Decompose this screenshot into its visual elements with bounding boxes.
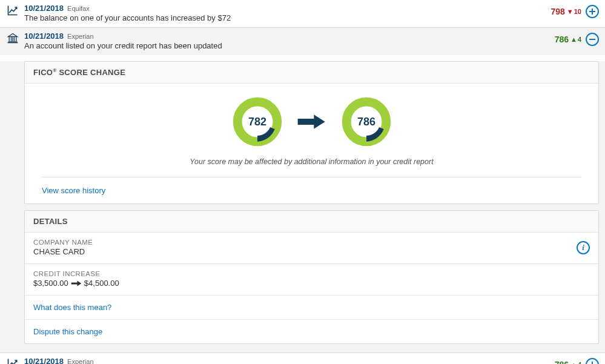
company-name-block: COMPANY NAME CHASE CARD i [25, 233, 598, 264]
score-value: 786 [555, 360, 569, 364]
score-value: 786 [555, 35, 569, 44]
alert-main: 10/21/2018 Experian The balance on one o… [24, 357, 550, 364]
alert-bureau: Experian [67, 33, 93, 40]
alert-row[interactable]: 10/21/2018 Equifax The balance on one of… [0, 0, 605, 28]
arrow-up-icon: ▲ [570, 36, 577, 43]
svg-text:786: 786 [357, 116, 375, 128]
alert-description: The balance on one of your accounts has … [24, 13, 546, 22]
alert-score-group: 786 ▲ 4 [555, 358, 599, 364]
details-title: DETAILS [25, 211, 598, 233]
collapse-button[interactable] [586, 33, 599, 46]
alert-row[interactable]: 10/21/2018 Experian The balance on one o… [0, 353, 605, 364]
view-score-history-link[interactable]: View score history [42, 186, 105, 195]
score-gauges: 782 786 [233, 97, 391, 147]
alert-bureau: Experian [67, 358, 93, 364]
alert-main: 10/21/2018 Experian An account listed on… [24, 31, 550, 50]
arrow-right-icon [297, 113, 327, 131]
arrow-right-icon [71, 280, 82, 287]
alert-score-group: 786 ▲ 4 [555, 33, 599, 46]
alert-date: 10/21/2018 [24, 31, 64, 41]
dispute-change-link[interactable]: Dispute this change [33, 327, 102, 336]
credit-from: $3,500.00 [33, 279, 68, 288]
details-card: DETAILS COMPANY NAME CHASE CARD i CREDIT… [24, 210, 599, 344]
expand-button[interactable] [586, 5, 599, 18]
score-value: 798 [551, 7, 565, 16]
score-delta: ▲ 4 [570, 361, 581, 364]
svg-text:782: 782 [248, 116, 266, 128]
company-name-label: COMPANY NAME [33, 239, 590, 246]
score-delta: ▲ 4 [570, 36, 581, 43]
score-change-title: FICO® SCORE CHANGE [25, 62, 598, 84]
score-change-note: Your score may be affected by additional… [190, 157, 433, 166]
credit-to: $4,500.00 [84, 279, 119, 288]
chart-up-icon [6, 4, 19, 17]
credit-increase-label: CREDIT INCREASE [33, 270, 590, 277]
what-does-this-mean-link[interactable]: What does this mean? [33, 303, 111, 312]
institution-icon [6, 31, 19, 45]
alert-expanded-body: FICO® SCORE CHANGE 782 786 [0, 61, 605, 353]
arrow-down-icon: ▼ [567, 8, 574, 15]
alert-bureau: Equifax [67, 5, 90, 12]
score-change-card: FICO® SCORE CHANGE 782 786 [24, 61, 599, 204]
score-delta: ▼ 10 [567, 8, 581, 15]
chart-up-icon [6, 357, 19, 364]
arrow-up-icon: ▲ [570, 362, 577, 364]
gauge-to: 786 [342, 97, 391, 147]
company-name-value: CHASE CARD [33, 247, 590, 256]
gauge-from: 782 [233, 97, 282, 147]
alert-date: 10/21/2018 [24, 357, 64, 364]
alert-main: 10/21/2018 Equifax The balance on one of… [24, 4, 546, 22]
credit-increase-block: CREDIT INCREASE $3,500.00 $4,500.00 [25, 264, 598, 296]
alert-row[interactable]: 10/21/2018 Experian An account listed on… [0, 28, 605, 55]
alert-score-group: 798 ▼ 10 [551, 5, 600, 18]
alert-date: 10/21/2018 [24, 4, 64, 13]
alert-description: An account listed on your credit report … [24, 41, 550, 50]
expand-button[interactable] [586, 358, 599, 364]
